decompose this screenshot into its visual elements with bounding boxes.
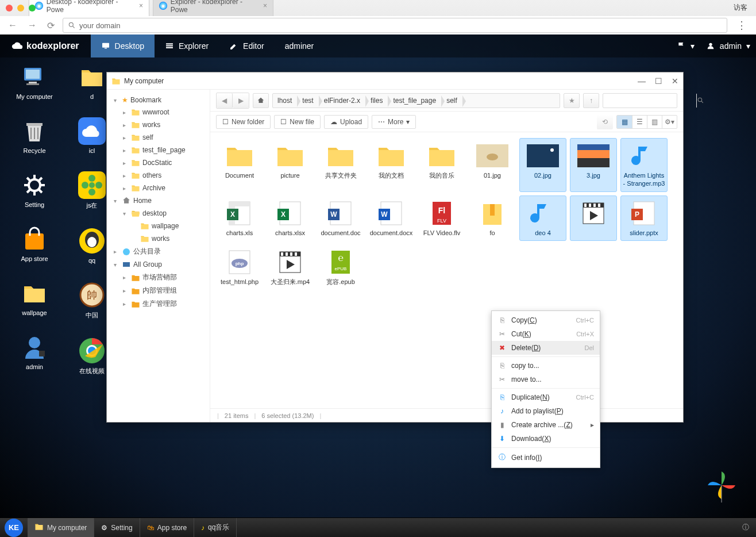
desktop-icon-folder[interactable]: wallpage	[11, 279, 57, 316]
file-item[interactable]: 01.jpg	[469, 138, 516, 192]
tree-item[interactable]: ▸Archive	[107, 182, 210, 194]
minimize-button[interactable]: —	[638, 76, 646, 86]
ctx-duplicate[interactable]: ⎘Duplicate(N)Ctrl+C	[492, 390, 600, 404]
tree-public[interactable]: ▸公共目录	[107, 245, 210, 258]
desktop-icon-bag[interactable]: App store	[11, 225, 57, 262]
tree-item[interactable]: wallpage	[107, 220, 210, 232]
file-item[interactable]: Wdocument.docx	[368, 195, 415, 241]
menu-desktop[interactable]: Desktop	[91, 34, 155, 57]
app-brand[interactable]: kodexplorer	[0, 40, 91, 52]
view-icons[interactable]: ▦	[617, 116, 632, 128]
close-tab-icon[interactable]: ×	[263, 2, 267, 10]
menu-adminer[interactable]: adminer	[275, 34, 325, 57]
refresh-button[interactable]: ⟲	[597, 114, 613, 129]
tree-item[interactable]: ▸self	[107, 131, 210, 144]
browser-tab[interactable]: ◉Explorer - kodexplorer - Powe×	[153, 0, 273, 16]
browser-tab-active[interactable]: ◉Desktop - kodexplorer - Powe×	[29, 0, 149, 16]
tree-allgroup[interactable]: ▾All Group	[107, 258, 210, 271]
window-titlebar[interactable]: My computer — ☐ ✕	[107, 72, 683, 90]
tree-item[interactable]: ▸DocStatic	[107, 156, 210, 169]
pinwheel-icon[interactable]	[704, 468, 739, 503]
tree-item[interactable]: ▸wwwroot	[107, 106, 210, 118]
maximize-button[interactable]: ☐	[655, 76, 662, 86]
file-item[interactable]: 3.jpg	[570, 138, 617, 192]
taskbar-item[interactable]: ⚙Setting	[94, 518, 140, 537]
tree-home[interactable]: ▾Home	[107, 194, 210, 207]
file-item[interactable]: Anthem Lights - Stranger.mp3	[620, 138, 668, 192]
breadcrumb-item[interactable]: self	[442, 94, 463, 108]
ctx-info[interactable]: ⓘGet info(I)	[492, 450, 600, 465]
tree-item[interactable]: ▸内部管理组	[107, 284, 210, 297]
file-item[interactable]: Xcharts.xls	[216, 195, 263, 241]
nav-up[interactable]: ↑	[583, 93, 599, 108]
search-box[interactable]	[603, 93, 677, 108]
tree-item[interactable]: ▸生产管理部	[107, 297, 210, 310]
view-settings[interactable]: ⚙▾	[662, 116, 677, 128]
file-item[interactable]: 02.jpg	[519, 138, 566, 192]
close-button[interactable]: ✕	[672, 76, 678, 86]
nav-home[interactable]	[253, 93, 269, 108]
tree-item[interactable]: works	[107, 232, 210, 245]
guest-label[interactable]: 访客	[734, 3, 747, 13]
file-grid[interactable]: Documentpicture共享文件夹我的文档我的音乐01.jpg02.jpg…	[210, 132, 683, 408]
file-item[interactable]: deo 4	[519, 195, 566, 241]
file-item[interactable]: Xcharts.xlsx	[267, 195, 314, 241]
more-button[interactable]: ⋯ More ▾	[372, 115, 416, 129]
file-item[interactable]: FlFLVFLV Video.flv	[418, 195, 465, 241]
nav-star[interactable]: ★	[564, 93, 580, 108]
tree-bookmark[interactable]: ▾★Bookmark	[107, 94, 210, 106]
minimize-window[interactable]	[17, 5, 24, 11]
taskbar-item[interactable]: 🛍App store	[140, 518, 194, 537]
ctx-delete[interactable]: ✖Delete(D)Del	[492, 341, 600, 355]
breadcrumb-item[interactable]: files	[366, 94, 388, 108]
breadcrumb-item[interactable]: elFinder-2.x	[319, 94, 366, 108]
desktop-icon-computer[interactable]: My computer	[11, 63, 57, 100]
ctx-copy[interactable]: ⎘Copy(C)Ctrl+C	[492, 313, 600, 327]
view-list[interactable]: ☰	[632, 116, 647, 128]
file-item[interactable]: 大圣归来.mp4	[267, 244, 314, 290]
file-item[interactable]: Document	[216, 138, 263, 192]
view-columns[interactable]: ▥	[647, 116, 662, 128]
user-menu[interactable]: admin ▾	[700, 41, 756, 51]
maximize-window[interactable]	[29, 5, 36, 11]
file-item[interactable]: Wdocument.doc	[317, 195, 364, 241]
file-item[interactable]	[570, 195, 617, 241]
ctx-cut[interactable]: ✂move to...	[492, 373, 600, 386]
upload-button[interactable]: ☁ Upload	[324, 115, 368, 129]
browser-menu-button[interactable]: ⋮	[733, 19, 750, 32]
breadcrumb-item[interactable]: test_file_page	[388, 94, 442, 108]
desktop-icon-recycle[interactable]: Recycle	[11, 117, 57, 154]
forward-button[interactable]: →	[25, 20, 39, 30]
nav-back[interactable]: ◀	[217, 93, 233, 108]
breadcrumb-item[interactable]: test	[298, 94, 319, 108]
close-tab-icon[interactable]: ×	[139, 2, 143, 10]
start-button[interactable]: KE	[5, 519, 23, 537]
back-button[interactable]: ←	[6, 20, 20, 30]
desktop-icon-gear[interactable]: Setting	[11, 171, 57, 208]
ctx-playlist[interactable]: ♪Add to playlist(P)	[492, 404, 600, 418]
ctx-copy[interactable]: ⎘copy to...	[492, 359, 600, 373]
new-file-button[interactable]: ☐ New file	[274, 115, 321, 129]
info-button[interactable]: ⓘ	[735, 523, 756, 532]
tree-item[interactable]: ▸test_file_page	[107, 144, 210, 156]
ctx-archive[interactable]: ▮Create archive ...(Z)▸	[492, 418, 600, 432]
taskbar-item[interactable]: My computer	[28, 518, 94, 537]
tree-item[interactable]: ▸市场营销部	[107, 271, 210, 284]
file-item[interactable]: 共享文件夹	[317, 138, 364, 192]
file-item[interactable]: 我的音乐	[418, 138, 465, 192]
breadcrumb-item[interactable]: lhost	[273, 94, 298, 108]
file-item[interactable]: picture	[267, 138, 314, 192]
file-item[interactable]: phptest_html.php	[216, 244, 263, 290]
new-folder-button[interactable]: ☐ New folder	[216, 115, 271, 129]
close-window[interactable]	[6, 5, 13, 11]
file-item[interactable]: fo	[469, 195, 516, 241]
ctx-cut[interactable]: ✂Cut(K)Ctrl+X	[492, 327, 600, 341]
search-button[interactable]	[696, 94, 704, 108]
tree-item[interactable]: ▸others	[107, 169, 210, 182]
nav-forward[interactable]: ▶	[233, 93, 249, 108]
menu-editor[interactable]: Editor	[219, 34, 275, 57]
search-input[interactable]	[603, 97, 696, 105]
address-bar[interactable]: your domain	[63, 18, 727, 33]
taskbar-item[interactable]: ♪qq音乐	[194, 518, 237, 537]
tree-desktop[interactable]: ▾desktop	[107, 207, 210, 220]
